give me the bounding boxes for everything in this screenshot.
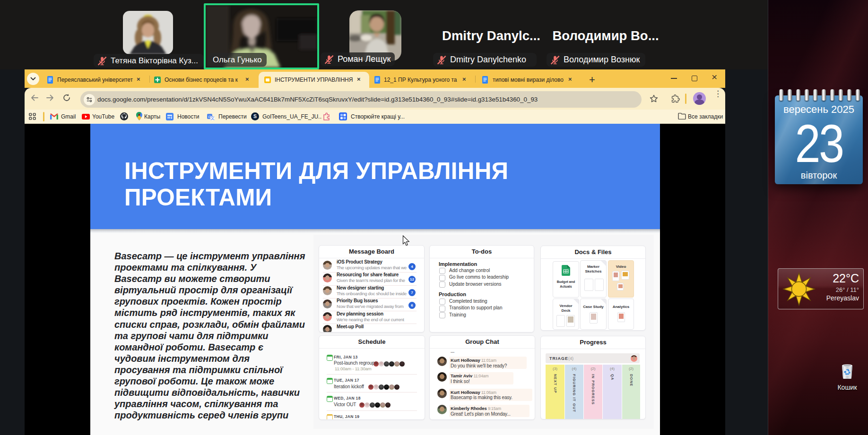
svg-text:S: S xyxy=(253,113,257,119)
svg-text:文: 文 xyxy=(211,116,215,120)
